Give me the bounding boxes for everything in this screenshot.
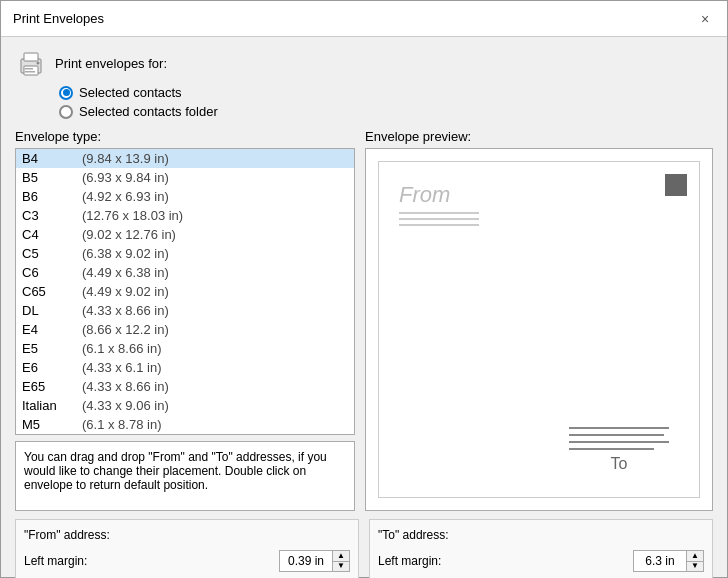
- env-size: (4.49 x 9.02 in): [82, 284, 169, 299]
- env-name: C5: [22, 246, 82, 261]
- radio-options: Selected contacts Selected contacts fold…: [59, 85, 713, 119]
- envelope-list-item[interactable]: E4(8.66 x 12.2 in): [16, 320, 354, 339]
- env-size: (6.1 x 8.78 in): [82, 417, 162, 432]
- to-address-group: "To" address: Left margin: ▲ ▼ Top margi…: [369, 519, 713, 578]
- radio-circle-folder: [59, 105, 73, 119]
- envelope-list-item[interactable]: DL(4.33 x 8.66 in): [16, 301, 354, 320]
- stamp-area: [665, 174, 687, 196]
- to-left-margin-up[interactable]: ▲: [687, 551, 703, 562]
- env-size: (4.92 x 6.93 in): [82, 189, 169, 204]
- env-name: M5: [22, 417, 82, 432]
- title-bar-left: Print Envelopes: [13, 11, 104, 26]
- envelope-list-item[interactable]: E5(6.1 x 8.66 in): [16, 339, 354, 358]
- env-name: C4: [22, 227, 82, 242]
- envelope-list: B4(9.84 x 13.9 in)B5(6.93 x 9.84 in)B6(4…: [16, 149, 354, 434]
- to-text: To: [569, 455, 669, 473]
- env-name: Italian: [22, 398, 82, 413]
- to-left-margin-spinner[interactable]: ▲ ▼: [633, 550, 704, 572]
- env-size: (9.02 x 12.76 in): [82, 227, 176, 242]
- to-left-margin-spin-buttons: ▲ ▼: [686, 551, 703, 571]
- envelope-list-item[interactable]: C65(4.49 x 9.02 in): [16, 282, 354, 301]
- env-size: (6.1 x 8.66 in): [82, 341, 162, 356]
- from-line-1: [399, 212, 479, 214]
- envelope-list-item[interactable]: M5(6.1 x 8.78 in): [16, 415, 354, 434]
- svg-point-5: [37, 62, 40, 65]
- radio-selected-folder-label: Selected contacts folder: [79, 104, 218, 119]
- from-left-margin-spin-buttons: ▲ ▼: [332, 551, 349, 571]
- from-address-title: "From" address:: [24, 528, 350, 542]
- close-button[interactable]: ×: [695, 9, 715, 29]
- radio-selected-contacts[interactable]: Selected contacts: [59, 85, 713, 100]
- envelope-list-item[interactable]: E65(4.33 x 8.66 in): [16, 377, 354, 396]
- radio-selected-folder[interactable]: Selected contacts folder: [59, 104, 713, 119]
- from-line-3: [399, 224, 479, 226]
- envelope-inner: From: [378, 161, 700, 498]
- envelope-list-item[interactable]: B4(9.84 x 13.9 in): [16, 149, 354, 168]
- hint-box: You can drag and drop "From" and "To" ad…: [15, 441, 355, 511]
- to-line-3: [569, 441, 669, 443]
- envelope-list-item[interactable]: C4(9.02 x 12.76 in): [16, 225, 354, 244]
- envelope-list-item[interactable]: C6(4.49 x 6.38 in): [16, 263, 354, 282]
- env-size: (4.33 x 9.06 in): [82, 398, 169, 413]
- envelope-list-item[interactable]: C5(6.38 x 9.02 in): [16, 244, 354, 263]
- dialog-title: Print Envelopes: [13, 11, 104, 26]
- envelope-list-item[interactable]: C3(12.76 x 18.03 in): [16, 206, 354, 225]
- svg-rect-2: [24, 66, 38, 75]
- from-line-2: [399, 218, 479, 220]
- env-size: (4.33 x 6.1 in): [82, 360, 162, 375]
- from-lines: [399, 212, 479, 226]
- envelope-list-item[interactable]: Italian(4.33 x 9.06 in): [16, 396, 354, 415]
- print-for-label-text: Print envelopes for:: [55, 56, 167, 71]
- env-name: B6: [22, 189, 82, 204]
- from-left-margin-label: Left margin:: [24, 554, 87, 568]
- from-left-margin-up[interactable]: ▲: [333, 551, 349, 562]
- from-left-margin-spinner[interactable]: ▲ ▼: [279, 550, 350, 572]
- print-for-section: Print envelopes for: Selected contacts S…: [15, 47, 713, 119]
- envelope-list-item[interactable]: B5(6.93 x 9.84 in): [16, 168, 354, 187]
- to-lines: [569, 427, 669, 450]
- hint-text: You can drag and drop "From" and "To" ad…: [24, 450, 327, 492]
- radio-selected-contacts-label: Selected contacts: [79, 85, 182, 100]
- from-left-margin-value[interactable]: [280, 551, 332, 571]
- dialog-content: Print envelopes for: Selected contacts S…: [1, 37, 727, 578]
- right-panel: Envelope preview: From: [365, 129, 713, 511]
- envelope-list-container[interactable]: B4(9.84 x 13.9 in)B5(6.93 x 9.84 in)B6(4…: [15, 148, 355, 435]
- from-left-margin-down[interactable]: ▼: [333, 562, 349, 572]
- env-name: E4: [22, 322, 82, 337]
- to-left-margin-label: Left margin:: [378, 554, 441, 568]
- envelope-type-label: Envelope type:: [15, 129, 355, 144]
- print-envelopes-dialog: Print Envelopes × Print envelopes for:: [0, 0, 728, 578]
- print-for-row: Print envelopes for:: [15, 47, 713, 79]
- envelope-preview[interactable]: From: [365, 148, 713, 511]
- envelope-list-item[interactable]: E6(4.33 x 6.1 in): [16, 358, 354, 377]
- envelope-preview-label: Envelope preview:: [365, 129, 713, 144]
- printer-icon: [15, 47, 47, 79]
- env-name: C6: [22, 265, 82, 280]
- from-area: From: [399, 182, 479, 230]
- env-name: B5: [22, 170, 82, 185]
- from-text: From: [399, 182, 479, 208]
- env-name: C3: [22, 208, 82, 223]
- svg-rect-3: [25, 68, 33, 70]
- env-size: (4.49 x 6.38 in): [82, 265, 169, 280]
- env-name: E5: [22, 341, 82, 356]
- env-size: (6.93 x 9.84 in): [82, 170, 169, 185]
- to-left-margin-down[interactable]: ▼: [687, 562, 703, 572]
- env-name: E65: [22, 379, 82, 394]
- env-name: DL: [22, 303, 82, 318]
- to-left-margin-row: Left margin: ▲ ▼: [378, 550, 704, 572]
- to-left-margin-value[interactable]: [634, 551, 686, 571]
- to-line-1: [569, 427, 669, 429]
- env-size: (8.66 x 12.2 in): [82, 322, 169, 337]
- env-size: (4.33 x 8.66 in): [82, 379, 169, 394]
- env-name: E6: [22, 360, 82, 375]
- address-section: "From" address: Left margin: ▲ ▼ Top mar…: [15, 519, 713, 578]
- middle-section: Envelope type: B4(9.84 x 13.9 in)B5(6.93…: [15, 129, 713, 511]
- svg-rect-1: [24, 53, 38, 61]
- env-size: (6.38 x 9.02 in): [82, 246, 169, 261]
- env-name: C65: [22, 284, 82, 299]
- to-area: To: [569, 427, 669, 473]
- envelope-list-item[interactable]: B6(4.92 x 6.93 in): [16, 187, 354, 206]
- to-address-title: "To" address:: [378, 528, 704, 542]
- env-name: B4: [22, 151, 82, 166]
